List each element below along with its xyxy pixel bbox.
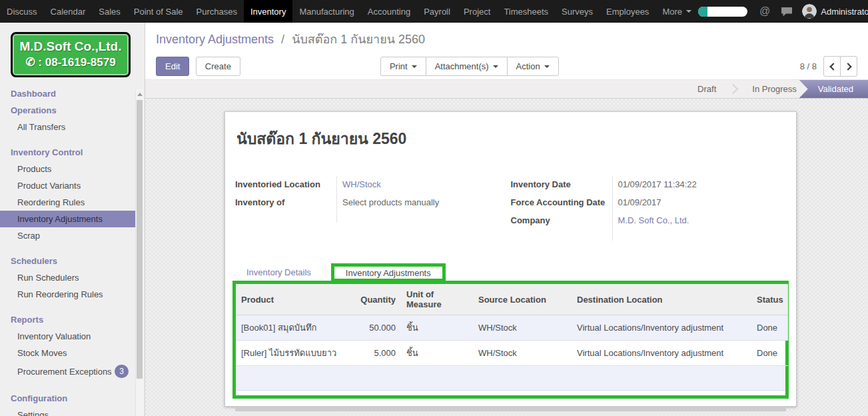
stage-separator-icon [728,80,740,98]
sidebar-item-stock-moves[interactable]: Stock Moves [0,345,135,361]
app-menu: Discuss Calendar Sales Point of Sale Pur… [0,0,698,23]
sidebar-item-inventory-adjustments[interactable]: Inventory Adjustments [0,211,135,227]
field-force-accounting-date: Force Accounting Date 01/09/2017 [511,194,787,212]
content-area: นับสต๊อก 1 กันยายน 2560 Inventoried Loca… [145,99,868,416]
sidebar: M.D.Soft Co.,Ltd. ✆ : 08-1619-8579 Dashb… [0,23,145,416]
sidebar-item-inventory-valuation[interactable]: Inventory Valuation [0,328,135,345]
nav-more-label: More [662,7,682,17]
breadcrumb-parent[interactable]: Inventory Adjustments [156,33,274,46]
breadcrumb-separator: / [281,33,284,46]
sidebar-section-operations[interactable]: Operations [0,102,135,119]
control-panel: Inventory Adjustments / นับสต๊อก 1 กันยา… [145,23,868,79]
nav-purchases[interactable]: Purchases [190,0,244,23]
action-label: Action [516,61,540,71]
col-header-source-location[interactable]: Source Location [473,284,572,315]
chevron-down-icon [686,10,691,13]
field-group: Inventoried Location WH/Stock Inventory … [235,176,786,241]
tab-inventory-adjustments[interactable]: Inventory Adjustments [334,261,442,285]
user-menu[interactable]: Administrator [821,7,868,17]
cell-source: WH/Stock [473,341,572,366]
edit-button[interactable]: Edit [156,57,189,76]
table-row[interactable]: [Ruler] ไม้บรรทัดแบบยาว 5.000 ชิ้น WH/St… [236,341,788,366]
col-header-destination-location[interactable]: Destination Location [572,284,751,315]
action-menu-button[interactable]: Action [507,57,559,76]
attachments-label: Attachment(s) [435,61,489,71]
sidebar-item-product-variants[interactable]: Product Variants [0,177,135,194]
print-menu-button[interactable]: Print [380,57,426,76]
scrollbar-thumb[interactable] [137,100,143,379]
nav-accounting[interactable]: Accounting [361,0,417,23]
nav-discuss[interactable]: Discuss [0,0,44,23]
nav-payroll[interactable]: Payroll [417,0,457,23]
sidebar-item-reordering-rules[interactable]: Reordering Rules [0,194,135,211]
nav-timesheets[interactable]: Timesheets [497,0,555,23]
col-header-product[interactable]: Product [236,284,350,315]
sidebar-section-inventory-control[interactable]: Inventory Control [0,144,135,161]
annotation-tab-box: Inventory Adjustments [331,263,446,282]
sidebar-item-procurement-exceptions[interactable]: Procurement Exceptions3 [0,361,135,381]
company-logo-phone: ✆ : 08-1619-8579 [15,55,126,69]
table-footer-strip [236,391,785,395]
nav-surveys[interactable]: Surveys [555,0,600,23]
messages-icon[interactable] [781,7,793,17]
company-link[interactable]: M.D. Soft Co., Ltd. [618,215,689,225]
inventory-date-value: 01/09/2017 11:34:22 [612,176,787,194]
inventory-of-value: Select products manually [336,194,511,212]
sidebar-section-schedulers[interactable]: Schedulers [0,253,135,269]
sidebar-item-scrap[interactable]: Scrap [0,227,135,244]
user-name: Administrator [821,7,868,17]
count-badge: 3 [115,365,129,378]
mentions-icon[interactable]: @ [759,5,770,17]
stage-draft[interactable]: Draft [685,80,728,98]
nav-manufacturing[interactable]: Manufacturing [292,0,360,23]
pager-previous-button[interactable] [823,56,841,77]
create-button[interactable]: Create [196,57,240,76]
nav-more[interactable]: More [655,0,698,23]
field-label: Force Accounting Date [511,194,612,212]
pager: 8 / 8 [800,56,857,77]
timer-widget[interactable] [698,7,747,17]
phone-icon: ✆ : [25,56,42,69]
col-header-status[interactable]: Status [751,284,788,315]
nav-employees[interactable]: Employees [600,0,655,23]
nav-sales[interactable]: Sales [92,0,127,23]
record-title: นับสต๊อก 1 กันยายน 2560 [236,127,786,151]
nav-inventory[interactable]: Inventory [244,0,292,23]
cell-destination: Virtual Locations/Inventory adjustment [572,315,751,341]
cell-source: WH/Stock [473,315,572,341]
cell-quantity: 50.000 [350,315,401,341]
chevron-down-icon [544,65,550,68]
pager-next-button[interactable] [840,56,857,77]
cell-quantity: 5.000 [350,341,401,366]
horizontal-scrollbar[interactable] [235,407,786,415]
nav-point-of-sale[interactable]: Point of Sale [127,0,190,23]
phone-number: 08-1619-8579 [45,56,116,69]
cell-uom: ชิ้น [401,315,473,341]
sidebar-item-products[interactable]: Products [0,161,135,177]
nav-calendar[interactable]: Calendar [44,0,93,23]
cell-destination: Virtual Locations/Inventory adjustment [572,341,751,366]
col-header-uom[interactable]: Unit of Measure [401,284,473,315]
sidebar-item-dashboard[interactable]: Dashboard [0,85,135,102]
company-logo[interactable]: M.D.Soft Co.,Ltd. ✆ : 08-1619-8579 [11,32,131,77]
field-label: Inventoried Location [235,176,336,194]
sidebar-section-configuration[interactable]: Configuration [0,390,135,407]
cell-product: [Book01] สมุดบันทึก [236,315,350,341]
sidebar-item-all-transfers[interactable]: All Transfers [0,119,135,135]
sidebar-item-settings[interactable]: Settings [0,407,135,416]
field-label: Inventory of [235,194,336,212]
attachments-menu-button[interactable]: Attachment(s) [426,57,508,76]
sidebar-scrollbar[interactable] [135,89,143,416]
nav-project[interactable]: Project [457,0,497,23]
empty-table-row [236,366,785,391]
sidebar-item-run-schedulers[interactable]: Run Schedulers [0,269,135,286]
sidebar-item-run-reordering-rules[interactable]: Run Reordering Rules [0,286,135,303]
field-inventory-of: Inventory of Select products manually [235,194,511,212]
sidebar-section-reports[interactable]: Reports [0,311,135,328]
adjustments-table: Product Quantity Unit of Measure Source … [236,284,788,366]
stage-in-progress[interactable]: In Progress [740,80,808,98]
scroll-up-icon[interactable] [136,89,143,99]
table-row[interactable]: [Book01] สมุดบันทึก 50.000 ชิ้น WH/Stock… [236,315,788,341]
col-header-quantity[interactable]: Quantity [350,284,401,315]
inventoried-location-link[interactable]: WH/Stock [342,179,381,189]
